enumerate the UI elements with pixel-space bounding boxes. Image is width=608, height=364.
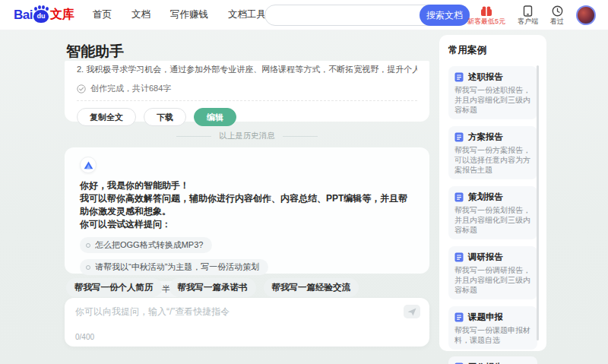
logo-du-text: du	[33, 12, 49, 20]
history-result-card: 2. 我积极寻求学习机会，通过参加外部专业讲座、网络课程等方式，不断拓宽视野，提…	[65, 61, 429, 122]
case-title: 方案报告	[468, 131, 503, 143]
creation-status-row: 创作完成，共计684字	[77, 83, 417, 101]
case-title: 课题申报	[468, 312, 503, 323]
sidebar-scrollbar[interactable]	[537, 65, 539, 340]
suggestion-bullet-icon	[86, 265, 90, 270]
logo-wenku-text: 文库	[50, 7, 74, 23]
assistant-avatar	[80, 157, 97, 173]
case-card-planning-report[interactable]: 策划报告 帮我写一份策划报告，并且内容细化到三级内容标题	[448, 186, 537, 239]
case-title: 调研报告	[468, 252, 503, 263]
top-navbar: Bai du 文库 首页 文档 写作赚钱 文档工具 更多 搜索文档 新客最低5元	[0, 0, 608, 30]
history-divider-text: 以上是历史消息	[219, 131, 275, 141]
send-icon	[407, 308, 416, 316]
chip-resume[interactable]: 帮我写一份个人简历	[66, 278, 162, 297]
assistant-intro: 我可以帮你高效解答问题，辅助你进行内容创作、内容总结、PPT编辑等，并且帮助你激…	[80, 192, 414, 218]
search-bar: 搜索文档	[264, 5, 470, 26]
nav-item-tools[interactable]: 文档工具	[228, 8, 266, 21]
document-icon	[454, 252, 464, 262]
case-desc: 帮我写一份调研报告，并且内容细化到三级内容标题	[454, 265, 531, 295]
edit-button[interactable]: 编辑	[194, 108, 236, 126]
assistant-message-card: 你好，我是你的智能助手！ 我可以帮你高效解答问题，辅助你进行内容创作、内容总结、…	[65, 147, 429, 274]
divider-line-left	[176, 136, 211, 137]
suggestion-ogg-mp3[interactable]: 怎么把OGG格式转换成MP3?	[80, 237, 212, 253]
assistant-try-label: 你可以尝试这样提问：	[80, 218, 414, 231]
common-cases-panel: 常用案例 述职报告 帮我写一份述职报告，并且内容细化到三级内容标题 方案报告 帮…	[439, 35, 546, 351]
download-button[interactable]: 下载	[144, 108, 186, 126]
promo-label: 新客最低5元	[467, 18, 505, 25]
nav-item-home[interactable]: 首页	[93, 8, 112, 21]
promo-entry[interactable]: 新客最低5元	[467, 6, 505, 25]
case-desc: 帮我写一份策划报告，并且内容细化到三级内容标题	[454, 205, 531, 235]
logo-bai-text: Bai	[14, 8, 33, 23]
nav-item-docs[interactable]: 文档	[131, 8, 150, 21]
history-divider: 以上是历史消息	[65, 131, 429, 141]
page-title: 智能助手	[66, 42, 124, 62]
send-button[interactable]	[404, 305, 420, 318]
case-card-proposal-report[interactable]: 方案报告 帮我写一份方案报告，可以选择任意内容为方案报告主题	[448, 126, 537, 179]
search-docs-button[interactable]: 搜索文档	[420, 5, 470, 26]
user-avatar[interactable]	[576, 5, 596, 25]
case-card-research-report[interactable]: 调研报告 帮我写一份调研报告，并且内容细化到三级内容标题	[448, 246, 537, 299]
document-icon	[454, 192, 464, 202]
assistant-logo-icon	[84, 161, 93, 169]
gift-promo-icon	[480, 6, 492, 17]
suggestion-text: 怎么把OGG格式转换成MP3?	[95, 239, 203, 251]
client-app-entry[interactable]: 客户端	[518, 5, 538, 25]
creation-status-text: 创作完成，共计684字	[90, 83, 171, 94]
check-circle-icon	[77, 84, 86, 93]
suggestion-text: 请帮我以“中秋活动”为主题，写一份活动策划	[95, 261, 259, 273]
viewed-history-entry[interactable]: 看过	[550, 5, 564, 25]
client-label: 客户端	[518, 18, 538, 25]
divider-line-right	[283, 136, 318, 137]
common-cases-title: 常用案例	[448, 44, 537, 57]
document-icon	[454, 312, 464, 322]
document-icon	[454, 132, 464, 142]
copy-full-text-button[interactable]: 复制全文	[77, 108, 136, 126]
case-card-project-application[interactable]: 课题申报 帮我写一份课题申报材料，课题自选	[448, 306, 537, 350]
clock-icon	[552, 5, 563, 17]
header-right-tools: 新客最低5元 客户端 看过	[467, 0, 596, 30]
case-title: 述职报告	[468, 71, 503, 83]
case-desc: 帮我写一份述职报告，并且内容细化到三级内容标题	[454, 85, 531, 115]
case-card-work-report[interactable]: 工作报告 帮我写一份工作报告，工作类型随机	[448, 356, 537, 364]
nav-item-earn[interactable]: 写作赚钱	[170, 8, 208, 21]
chip-commitment[interactable]: 帮我写一篇承诺书	[169, 278, 256, 297]
char-counter: 0/400	[75, 333, 94, 341]
common-cases-list: 述职报告 帮我写一份述职报告，并且内容细化到三级内容标题 方案报告 帮我写一份方…	[448, 66, 537, 364]
baidu-paw-icon: du	[33, 8, 49, 23]
case-desc: 帮我写一份课题申报材料，课题自选	[454, 325, 531, 345]
case-title: 策划报告	[468, 191, 503, 203]
case-card-debriefing-report[interactable]: 述职报告 帮我写一份述职报告，并且内容细化到三级内容标题	[448, 66, 537, 119]
chip-experience[interactable]: 帮我写一篇经验交流	[264, 278, 359, 297]
document-icon	[454, 72, 464, 82]
history-message-fragment: 2. 我积极寻求学习机会，通过参加外部专业讲座、网络课程等方式，不断拓宽视野，提…	[77, 64, 417, 75]
suggestion-midautumn-plan[interactable]: 请帮我以“中秋活动”为主题，写一份活动策划	[80, 259, 268, 275]
message-input[interactable]	[75, 305, 394, 328]
phone-icon	[523, 5, 533, 17]
case-desc: 帮我写一份方案报告，可以选择任意内容为方案报告主题	[454, 145, 531, 175]
viewed-label: 看过	[550, 18, 564, 25]
result-actions: 复制全文 下载 编辑	[77, 108, 417, 126]
quick-chip-row: 帮我写一份个人简历 帮我写一篇承诺书 帮我写一篇经验交流	[66, 278, 359, 297]
assistant-greeting: 你好，我是你的智能助手！	[80, 179, 414, 192]
message-input-card: 0/400	[65, 298, 429, 347]
suggestion-bullet-icon	[86, 243, 90, 248]
baidu-wenku-logo[interactable]: Bai du 文库	[14, 7, 74, 23]
